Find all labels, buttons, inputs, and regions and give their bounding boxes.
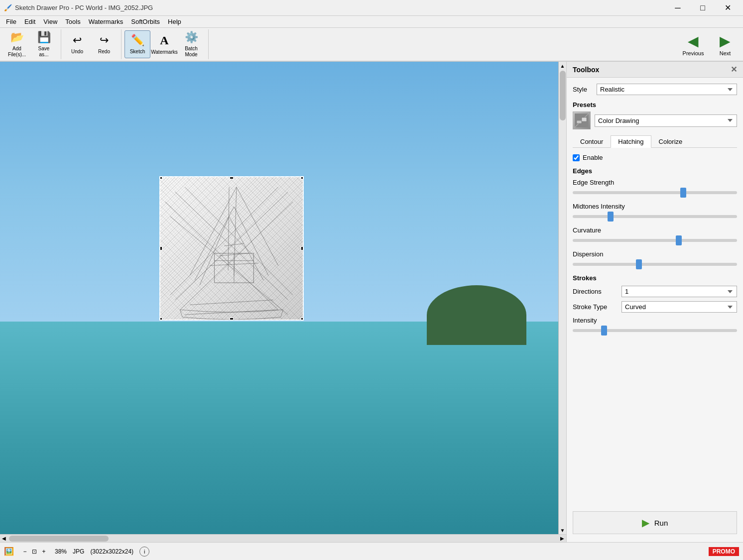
menu-edit[interactable]: Edit: [20, 17, 39, 26]
batch-mode-button[interactable]: ⚙️ BatchMode: [178, 30, 204, 58]
canvas-row: ▲ ▼: [0, 62, 566, 534]
zoom-out-button[interactable]: −: [20, 547, 30, 557]
presets-dropdown[interactable]: Color Drawing Pencil Sketch Ink Drawing: [595, 114, 737, 127]
save-as-button[interactable]: 💾 Saveas...: [31, 30, 57, 58]
midtones-intensity-label: Midtones Intensity: [573, 203, 737, 210]
curvature-label: Curvature: [573, 226, 737, 234]
scroll-up-arrow[interactable]: ▲: [559, 62, 567, 70]
sketch-icon: ✏️: [131, 34, 144, 47]
style-label: Style: [573, 86, 593, 93]
presets-section: Presets Color Drawing Pencil Sketch: [573, 101, 737, 129]
strokes-header: Strokes: [573, 274, 737, 282]
info-button[interactable]: i: [139, 547, 149, 557]
prev-next-area: ◀ Previous ▶ Next: [679, 30, 739, 58]
menu-help[interactable]: Help: [164, 17, 185, 26]
promo-badge[interactable]: PROMO: [709, 547, 739, 556]
handle-bm[interactable]: [230, 318, 234, 321]
curvature-row: Curvature: [573, 226, 737, 243]
run-button-area: ▶ Run: [567, 503, 743, 542]
presets-header: Presets: [573, 101, 737, 109]
toolbox-body: Style Realistic Artistic Simple Presets: [567, 78, 743, 503]
menu-view[interactable]: View: [39, 17, 61, 26]
sketch-region: [159, 176, 304, 321]
style-dropdown[interactable]: Realistic Artistic Simple: [597, 84, 737, 95]
next-button[interactable]: ▶ Next: [711, 30, 739, 58]
svg-line-7: [190, 187, 237, 276]
handle-ml[interactable]: [159, 246, 162, 250]
midtones-intensity-slider[interactable]: [573, 215, 737, 218]
maximize-button[interactable]: □: [691, 0, 714, 16]
file-status-item: 🖼️: [4, 547, 14, 556]
stroke-type-dropdown[interactable]: Curved Straight Wavy: [621, 301, 737, 313]
undo-label: Undo: [71, 49, 83, 55]
watermarks-label: Watermarks: [151, 49, 178, 55]
sketch-button[interactable]: ✏️ Sketch: [124, 30, 150, 58]
water-bg: [0, 322, 566, 534]
minimize-button[interactable]: ─: [666, 0, 689, 16]
tab-hatching[interactable]: Hatching: [611, 135, 651, 148]
dispersion-slider[interactable]: [573, 263, 737, 266]
curvature-slider[interactable]: [573, 239, 737, 242]
handle-mr[interactable]: [301, 246, 304, 250]
intensity-slider[interactable]: [573, 329, 737, 332]
save-label: Saveas...: [38, 46, 50, 58]
midtones-intensity-row: Midtones Intensity: [573, 203, 737, 220]
strokes-section: Strokes Directions 1 2 3 4 Stroke Type C: [573, 274, 737, 334]
canvas-area[interactable]: ▲ ▼: [0, 62, 566, 534]
directions-dropdown[interactable]: 1 2 3 4: [621, 286, 737, 297]
watermarks-icon: A: [160, 34, 168, 47]
close-button[interactable]: ✕: [716, 0, 739, 16]
file-group: 📂 AddFile(s)... 💾 Saveas...: [4, 29, 61, 59]
canvas-container: ▲ ▼ ◀ ▶: [0, 62, 566, 542]
menu-file[interactable]: File: [2, 17, 20, 26]
menu-softorbits[interactable]: SoftOrbits: [127, 17, 164, 26]
previous-label: Previous: [683, 50, 704, 56]
sketch-label: Sketch: [130, 49, 145, 55]
zoom-percent: 38%: [55, 548, 67, 555]
add-file-icon: 📂: [10, 31, 24, 44]
add-file-button[interactable]: 📂 AddFile(s)...: [4, 30, 30, 58]
presets-svg: [575, 113, 589, 127]
vertical-scrollbar[interactable]: ▲ ▼: [558, 62, 566, 534]
undo-button[interactable]: ↩ Undo: [64, 30, 90, 58]
handle-tm[interactable]: [230, 176, 234, 179]
title-text: 🖌️ Sketch Drawer Pro - PC World - IMG_20…: [4, 4, 153, 11]
edge-strength-row: Edge Strength: [573, 179, 737, 196]
batch-label: BatchMode: [185, 46, 198, 58]
main-area: ▲ ▼ ◀ ▶ Toolbox ✕ Style Realistic Ar: [0, 62, 743, 542]
tab-colorize[interactable]: Colorize: [651, 135, 690, 148]
menu-watermarks[interactable]: Watermarks: [85, 17, 127, 26]
zoom-status-item: − ⊡ +: [20, 547, 49, 557]
handle-tl[interactable]: [159, 176, 162, 179]
tab-contour[interactable]: Contour: [573, 135, 611, 148]
enable-checkbox[interactable]: [573, 154, 580, 161]
enable-label: Enable: [583, 154, 603, 161]
redo-button[interactable]: ↪ Redo: [91, 30, 117, 58]
menu-tools[interactable]: Tools: [61, 17, 84, 26]
handle-br[interactable]: [301, 318, 304, 321]
edge-strength-slider[interactable]: [573, 191, 737, 194]
scroll-left-arrow[interactable]: ◀: [0, 535, 8, 543]
scroll-thumb-h[interactable]: [9, 536, 109, 542]
edges-section: Edges Edge Strength Midtones Intensity C…: [573, 167, 737, 267]
scroll-down-arrow[interactable]: ▼: [559, 526, 567, 534]
run-button[interactable]: ▶ Run: [573, 511, 737, 534]
redo-label: Redo: [98, 49, 110, 55]
previous-button[interactable]: ◀ Previous: [679, 30, 707, 58]
horizontal-scrollbar[interactable]: ◀ ▶: [0, 534, 566, 542]
watermarks-button[interactable]: A Watermarks: [151, 30, 177, 58]
menu-bar: File Edit View Tools Watermarks SoftOrbi…: [0, 16, 743, 28]
handle-tr[interactable]: [301, 176, 304, 179]
dispersion-row: Dispersion: [573, 250, 737, 267]
zoom-in-button[interactable]: +: [39, 547, 49, 557]
title-controls: ─ □ ✕: [666, 0, 739, 16]
save-icon: 💾: [37, 31, 51, 44]
island-bg: [427, 285, 526, 345]
toolbox-close-button[interactable]: ✕: [731, 65, 737, 74]
previous-icon: ◀: [688, 33, 699, 49]
batch-icon: ⚙️: [185, 31, 198, 44]
handle-bl[interactable]: [159, 318, 162, 321]
svg-line-5: [234, 187, 237, 276]
scroll-right-arrow[interactable]: ▶: [558, 535, 566, 543]
scroll-thumb-v[interactable]: [560, 71, 566, 120]
